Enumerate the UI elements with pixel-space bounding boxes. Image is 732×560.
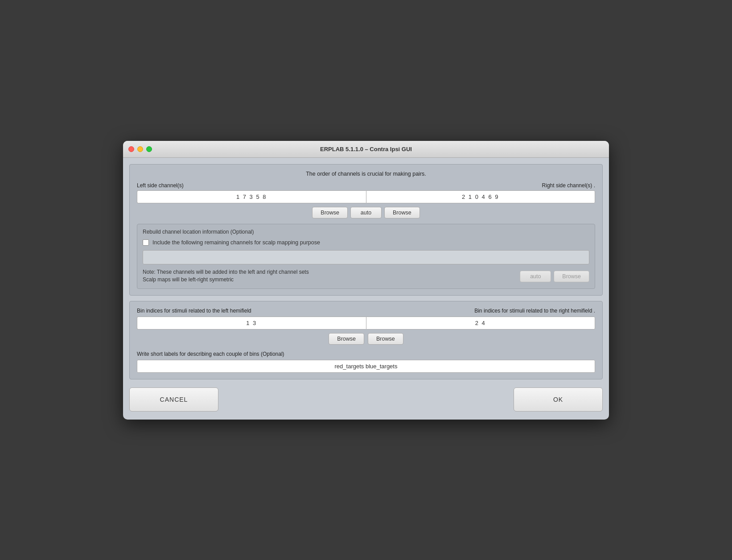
window-body: The order of channels is crucial for mak… [123, 158, 609, 420]
checkbox-row: Include the following remaining channels… [143, 239, 589, 246]
note1: Note: These channels will be added into … [143, 269, 520, 275]
rebuild-notes: Note: These channels will be added into … [143, 269, 520, 284]
right-bin-input[interactable]: 2 4 [366, 317, 596, 329]
rebuild-browse-button[interactable]: Browse [554, 271, 589, 282]
left-channel-label: Left side channel(s) [137, 182, 184, 189]
bin-labels-row: Bin indices for stimuli related to the l… [137, 308, 595, 314]
include-checkbox[interactable] [143, 239, 149, 246]
channels-panel: The order of channels is crucial for mak… [129, 164, 603, 296]
rebuild-auto-button[interactable]: auto [520, 271, 551, 282]
channel-browse-row: Browse auto Browse [137, 207, 595, 218]
cancel-button[interactable]: CANCEL [129, 387, 218, 412]
ok-button[interactable]: OK [514, 387, 603, 412]
window-controls [128, 146, 152, 152]
left-bin-label: Bin indices for stimuli related to the l… [137, 308, 251, 314]
right-channel-label: Right side channel(s) . [542, 182, 595, 189]
bins-panel: Bin indices for stimuli related to the l… [129, 301, 603, 379]
bin-inputs-row: 1 3 2 4 [137, 317, 595, 329]
minimize-button[interactable] [137, 146, 143, 152]
main-window: ERPLAB 5.1.1.0 – Contra Ipsi GUI The ord… [123, 141, 609, 420]
right-channel-input[interactable]: 2 1 0 4 6 9 [366, 190, 596, 203]
bin-browse-row: Browse Browse [137, 333, 595, 345]
channel-labels-row: Left side channel(s) Right side channel(… [137, 182, 595, 189]
rebuild-legend: Rebuild channel location information (Op… [143, 229, 589, 235]
left-bin-browse-button[interactable]: Browse [329, 333, 364, 345]
window-title: ERPLAB 5.1.1.0 – Contra Ipsi GUI [320, 146, 412, 152]
right-bin-label: Bin indices for stimuli related to the r… [474, 308, 595, 314]
info-text: The order of channels is crucial for mak… [137, 171, 595, 177]
left-channel-input[interactable]: 1 7 3 5 8 [137, 190, 366, 203]
left-channel-browse-button[interactable]: Browse [312, 207, 348, 218]
auto-button[interactable]: auto [350, 207, 382, 218]
rebuild-buttons: auto Browse [520, 271, 589, 282]
rebuild-section: Rebuild channel location information (Op… [137, 224, 595, 289]
left-bin-input[interactable]: 1 3 [137, 317, 366, 329]
right-channel-browse-button[interactable]: Browse [384, 207, 420, 218]
short-labels-label: Write short labels for describing each c… [137, 351, 595, 357]
checkbox-label: Include the following remaining channels… [152, 239, 320, 246]
note2: Scalp maps will be left-right symmetric [143, 276, 520, 283]
rebuild-bottom-row: Note: These channels will be added into … [143, 269, 589, 284]
close-button[interactable] [128, 146, 134, 152]
maximize-button[interactable] [146, 146, 152, 152]
right-bin-browse-button[interactable]: Browse [368, 333, 403, 345]
channel-inputs-row: 1 7 3 5 8 2 1 0 4 6 9 [137, 190, 595, 203]
short-labels-input[interactable]: red_targets blue_targets [137, 360, 595, 373]
remaining-channels-input[interactable] [143, 250, 589, 264]
bottom-buttons: CANCEL OK [129, 385, 603, 412]
titlebar: ERPLAB 5.1.1.0 – Contra Ipsi GUI [123, 141, 609, 158]
